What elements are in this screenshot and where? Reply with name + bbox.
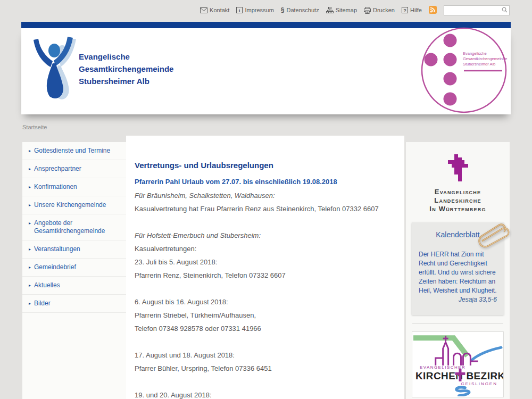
chevron-right-icon: ▸ (29, 281, 31, 289)
sidebar-menu-label: Aktuelles (34, 281, 60, 289)
svg-text:GEISLINGEN: GEISLINGEN (461, 381, 497, 386)
gesamtkirchengemeinde-seal-logo: Evangelische Gesamtkirchengemeinde Stube… (417, 26, 509, 119)
sidebar-menu-item[interactable]: ▸ Ansprechpartner (22, 160, 126, 178)
sidebar-menu-item[interactable]: ▸ Angebote der Gesamtkirchengemeinde (22, 214, 126, 240)
chevron-right-icon: ▸ (29, 147, 31, 155)
paragraph: Kasualvertretungen: (135, 245, 396, 253)
top-utility-bar: Kontakt i Impressum § Datenschutz Sitema… (0, 0, 532, 20)
sidebar-menu-item[interactable]: ▸ Bilder (22, 295, 126, 313)
sitemap-link[interactable]: Sitemap (326, 7, 357, 13)
sidebar-menu-label: Unsere Kirchengemeinde (34, 201, 106, 209)
svg-text:Evangelische: Evangelische (463, 51, 487, 56)
chevron-right-icon: ▸ (29, 201, 31, 209)
sidebar-menu-label: Gemeindebrief (34, 263, 76, 271)
datenschutz-link[interactable]: § Datenschutz (281, 6, 319, 14)
kalenderblatt-source: Jesaja 33,5-6 (419, 296, 497, 303)
svg-text:Stubersheimer Alb: Stubersheimer Alb (463, 62, 495, 66)
sidebar-menu-item[interactable]: ▸ Konfirmationen (22, 178, 126, 196)
main-content: Vertretungs- und Urlaubsregelungen Pfarr… (126, 136, 404, 399)
chevron-right-icon: ▸ (29, 165, 31, 173)
kirchenbezirk-geislingen-logo[interactable]: EVANGELISCHER KIRCHEN BEZIRK GEISLINGEN (412, 331, 504, 397)
sidebar-menu-label: Bilder (34, 300, 51, 307)
paragraph: 23. Juli bis 5. August 2018: (135, 259, 396, 266)
sidebar-menu-item[interactable]: ▸ Unsere Kirchengemeinde (22, 196, 126, 214)
section-sign-icon: § (281, 6, 285, 14)
paragraph: Pfarrerin Striebel, Türkheim/Aufhausen, (135, 312, 396, 319)
info-icon: i (236, 7, 243, 13)
chevron-right-icon: ▸ (29, 183, 31, 191)
site-header: Evangelische Gesamtkirchengemeinde Stube… (21, 28, 511, 114)
page-title: Vertretungs- und Urlaubsregelungen (135, 161, 396, 170)
article-body: Pfarrerin Pahl Urlaub vom 27.07. bis ein… (135, 178, 396, 399)
search-box (444, 5, 510, 15)
printer-icon (364, 7, 371, 14)
chevron-right-icon: ▸ (29, 245, 31, 253)
paragraph: Telefon 07348 928578 oder 07331 41966 (135, 325, 396, 332)
paperclip-decoration (476, 223, 518, 247)
chevron-right-icon: ▸ (29, 300, 31, 307)
left-sidebar: ▸ Gottesdienste und Termine ▸ Ansprechpa… (22, 142, 126, 399)
sidebar-menu-label: Veranstaltungen (34, 245, 80, 253)
church-figure-logo (31, 37, 77, 104)
sidebar-menu-item[interactable]: ▸ Gemeindebrief (22, 259, 126, 277)
paragraph: Kasualvertretung hat Frau Pfarrerin Renz… (135, 205, 396, 213)
sitemap-icon (326, 7, 334, 13)
hilfe-link[interactable]: ? Hilfe (402, 7, 422, 13)
paragraph: Pfarrer Bühler, Urspring, Telefon 07336 … (135, 365, 396, 372)
chevron-right-icon: ▸ (29, 219, 31, 227)
main-menu: ▸ Gottesdienste und Termine ▸ Ansprechpa… (22, 142, 126, 313)
rss-icon[interactable] (429, 6, 437, 15)
divider (412, 323, 503, 323)
paragraph: 17. August und 18. August 2018: (135, 352, 396, 359)
svg-text:?: ? (403, 8, 406, 13)
chevron-right-icon: ▸ (29, 263, 31, 271)
kalenderblatt-verse: Der HERR hat Zion mit Recht und Gerechti… (419, 250, 497, 295)
help-icon: ? (402, 7, 408, 13)
paragraph: 6. August bis 16. August 2018: (135, 298, 396, 306)
kontakt-link[interactable]: Kontakt (200, 7, 229, 13)
search-input[interactable] (444, 5, 510, 15)
paragraph: Für Bräunisheim, Schalkstetten, Waldhaus… (135, 192, 396, 200)
sidebar-menu-item[interactable]: ▸ Aktuelles (22, 277, 126, 295)
paragraph (135, 285, 396, 293)
breadcrumb[interactable]: Startseite (22, 124, 47, 130)
sidebar-menu-label: Ansprechpartner (34, 165, 81, 173)
svg-text:EVANGELISCHER: EVANGELISCHER (420, 365, 466, 370)
sidebar-menu-label: Konfirmationen (34, 183, 77, 191)
paragraph: Pfarrerin Renz, Steinenkirch, Telefon 07… (135, 272, 396, 279)
paragraph (135, 338, 396, 346)
paragraph: Pfarrerin Pahl Urlaub vom 27.07. bis ein… (135, 178, 396, 186)
paragraph (135, 219, 396, 226)
svg-text:i: i (239, 8, 240, 13)
paragraph: Für Hofstett-Emerbuch und Stubersheim: (135, 232, 396, 239)
sidebar-menu-item[interactable]: ▸ Gottesdienste und Termine (22, 142, 126, 160)
sidebar-menu-item[interactable]: ▸ Veranstaltungen (22, 240, 126, 259)
paragraph (135, 378, 396, 386)
drucken-link[interactable]: Drucken (364, 7, 395, 14)
impressum-link[interactable]: i Impressum (236, 7, 273, 13)
landeskirche-caption: Evangelische Landeskirche In Württemberg (412, 188, 504, 213)
kalenderblatt-widget: Kalenderblatt Der HERR hat Zion mit Rech… (412, 222, 504, 315)
sidebar-menu-label: Gottesdienste und Termine (34, 147, 110, 155)
svg-text:BEZIRK: BEZIRK (466, 370, 503, 381)
envelope-icon (200, 7, 207, 13)
right-sidebar: Evangelische Landeskirche In Württemberg… (406, 142, 510, 399)
sidebar-menu-label: Angebote der Gesamtkirchengemeinde (34, 219, 122, 235)
search-icon[interactable] (502, 7, 508, 14)
landeskirche-cross-icon (447, 153, 469, 185)
paragraph: 19. und 20. August 2018: (135, 392, 396, 399)
site-title: Evangelische Gesamtkirchengemeinde Stube… (79, 51, 173, 87)
svg-text:Gesamtkirchengemeinde: Gesamtkirchengemeinde (463, 56, 507, 61)
svg-text:KIRCHEN: KIRCHEN (415, 370, 463, 381)
